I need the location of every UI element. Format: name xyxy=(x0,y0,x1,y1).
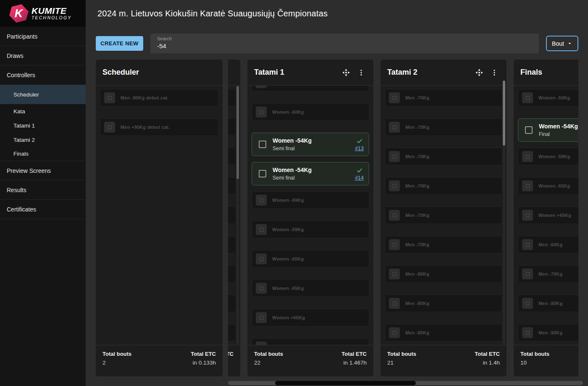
brand-letter: K xyxy=(15,7,23,20)
sidebar-item-results[interactable]: Results xyxy=(0,180,86,200)
bout-card-icon-glyph xyxy=(260,257,263,261)
column-footer: Total bouts2Total ETCin 0.133h xyxy=(96,345,223,376)
bout-card-highlighted[interactable]: Women -54KgSemi final#13 xyxy=(252,133,369,156)
bout-card-text: Women -54KgSemi final xyxy=(273,137,355,151)
bout-card-dimmed[interactable]: Women +65Kg xyxy=(252,309,369,326)
bout-card-dimmed[interactable]: Men -70Kg xyxy=(385,118,502,136)
sidebar-item-certificates[interactable]: Certificates xyxy=(0,200,86,219)
bout-card-highlighted[interactable]: Women -54KgFinal xyxy=(518,118,578,142)
bout-card-dimmed[interactable]: Women -59Kg xyxy=(252,221,369,238)
move-column-button[interactable] xyxy=(341,68,351,77)
vertical-scrollbar-thumb[interactable] xyxy=(236,86,239,179)
horizontal-scrollbar-thumb[interactable] xyxy=(275,381,416,385)
bout-card-dimmed[interactable] xyxy=(228,295,236,312)
bout-card-dimmed[interactable]: Men -70Kg xyxy=(518,265,578,283)
bout-card-dimmed[interactable] xyxy=(228,89,236,107)
column-menu-button[interactable] xyxy=(490,68,499,77)
column-header-tatami-2: Tatami 2 xyxy=(381,60,507,86)
sidebar-item-label: Draws xyxy=(7,52,24,59)
search-field[interactable]: Search xyxy=(150,34,539,53)
column-scrolled-out-column: Total ETC xyxy=(228,60,240,376)
bout-card-dimmed[interactable]: Women -65Kg xyxy=(252,250,369,268)
column-tatami-2: Tatami 2Men -70KgMen -70KgMen -70KgMen -… xyxy=(381,60,507,376)
bout-category-label: Women -50Kg xyxy=(272,110,304,115)
bout-card-dimmed[interactable] xyxy=(252,338,369,345)
bout-card-dimmed[interactable]: Men +90Kg debut cat. xyxy=(100,118,218,136)
vertical-scrollbar-thumb[interactable] xyxy=(503,81,505,146)
bout-card-dimmed[interactable] xyxy=(252,86,369,91)
bout-card-dimmed[interactable] xyxy=(228,118,236,136)
bout-card-icon xyxy=(389,92,400,103)
sidebar-item-participants[interactable]: Participants xyxy=(0,27,86,46)
column-footer: Total bouts22Total ETCin 1.467h xyxy=(247,345,373,376)
bout-card-dimmed[interactable]: Men -70Kg xyxy=(385,206,502,224)
sidebar-item-scheduler[interactable]: Scheduler xyxy=(0,85,86,104)
bout-card-icon-glyph xyxy=(393,331,396,335)
bout-card-dimmed[interactable] xyxy=(228,265,236,283)
bout-card-dimmed[interactable]: Women -65Kg xyxy=(518,177,578,195)
bout-card-dimmed[interactable]: Men -70Kg xyxy=(385,177,502,195)
sidebar-item-tatami-2[interactable]: Tatami 2 xyxy=(0,133,86,147)
create-new-button[interactable]: CREATE NEW xyxy=(96,36,143,51)
bout-card-dimmed[interactable]: Men -80Kg xyxy=(385,324,502,342)
bout-card-dimmed[interactable]: Women -50Kg xyxy=(252,103,369,121)
bout-category-label: Women -50Kg xyxy=(538,95,570,100)
bout-card-dimmed[interactable]: Men -70Kg xyxy=(385,148,502,165)
sidebar-item-kata[interactable]: Kata xyxy=(0,104,86,118)
column-card-list: Men -70KgMen -70KgMen -70KgMen -70KgMen … xyxy=(381,86,507,345)
bout-category-label: Women -65Kg xyxy=(538,183,570,188)
bout-card-dimmed[interactable]: Men -80Kg xyxy=(385,265,502,283)
bout-checkbox[interactable] xyxy=(525,126,533,134)
bout-card-highlighted[interactable]: Women -54KgSemi final#14 xyxy=(252,162,369,185)
bout-card-dimmed[interactable]: Men -90Kg xyxy=(518,324,578,342)
bout-card-dimmed[interactable]: Women -59Kg xyxy=(252,191,369,209)
bout-card-icon-glyph xyxy=(526,302,530,305)
page-title: 2024 m. Lietuvos Kiokušin Karatė Suaugus… xyxy=(97,9,328,18)
bout-filter-dropdown[interactable]: Bout xyxy=(546,36,578,51)
bout-card-dimmed[interactable]: Women +65Kg xyxy=(518,206,578,224)
bout-number-link[interactable]: #13 xyxy=(355,146,364,151)
bout-card-icon xyxy=(522,239,533,250)
bout-card-icon-glyph xyxy=(526,331,530,335)
bout-card-dimmed[interactable]: Men -80Kg xyxy=(385,295,502,312)
sidebar-item-finals[interactable]: Finals xyxy=(0,147,86,161)
done-check-icon xyxy=(355,167,364,174)
bout-card-icon xyxy=(522,327,533,338)
bout-card-dimmed[interactable]: Women -65Kg xyxy=(252,279,369,297)
bout-card-dimmed[interactable] xyxy=(228,148,236,165)
bout-card-dimmed[interactable]: Women -50Kg xyxy=(518,89,578,107)
move-icon xyxy=(342,68,350,77)
bout-card-icon-glyph xyxy=(526,96,530,100)
bout-checkbox[interactable] xyxy=(259,170,266,177)
column-title: Tatami 2 xyxy=(387,68,475,77)
bout-card-dimmed[interactable] xyxy=(228,236,236,253)
search-input[interactable] xyxy=(157,41,532,50)
move-column-button[interactable] xyxy=(475,68,484,77)
column-header-finals: Finals xyxy=(514,60,578,86)
sidebar-item-controllers[interactable]: Controllers xyxy=(0,65,86,85)
total-bouts-label: Total bouts xyxy=(254,351,283,357)
bout-card-dimmed[interactable]: Men -80Kg debut cat. xyxy=(100,89,218,107)
bout-card-dimmed[interactable]: Men -70Kg xyxy=(385,89,502,107)
horizontal-scrollbar[interactable] xyxy=(228,381,583,385)
sidebar-item-tatami-1[interactable]: Tatami 1 xyxy=(0,118,86,133)
column-menu-button[interactable] xyxy=(357,68,366,77)
bout-card-icon xyxy=(104,92,115,103)
bout-card-dimmed[interactable]: Women -59Kg xyxy=(518,148,578,165)
bout-card-dimmed[interactable]: Men -60Kg xyxy=(518,236,578,253)
bout-card-dimmed[interactable] xyxy=(228,206,236,224)
bout-card-dimmed[interactable]: Men -80Kg xyxy=(518,295,578,312)
bout-card-dimmed[interactable]: Men -70Kg xyxy=(385,236,502,253)
sidebar-item-draws[interactable]: Draws xyxy=(0,46,86,65)
sidebar-item-label: Kata xyxy=(13,108,25,115)
footer-total-bouts: Total bouts2 xyxy=(102,351,131,376)
bout-card-dimmed[interactable] xyxy=(228,177,236,195)
bout-card-icon-glyph xyxy=(526,214,530,217)
bout-card-icon-glyph xyxy=(393,96,396,100)
column-header-scrolled-out-column xyxy=(228,60,240,86)
column-footer: Total bouts10 xyxy=(514,345,578,376)
bout-checkbox[interactable] xyxy=(259,141,266,148)
bout-number-link[interactable]: #14 xyxy=(355,175,364,181)
sidebar-item-preview-screens[interactable]: Preview Screens xyxy=(0,161,86,180)
bout-card-dimmed[interactable] xyxy=(228,324,236,342)
